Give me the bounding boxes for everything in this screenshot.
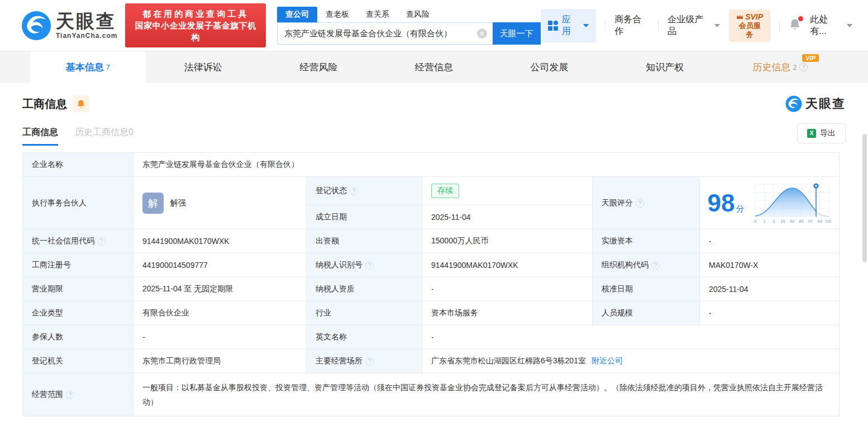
tab-operating-risk[interactable]: 经营风险	[261, 51, 376, 83]
field-label: 统一社会信用代码	[23, 229, 133, 253]
field-label: 成立日期	[307, 205, 422, 229]
svg-text:3: 3	[772, 219, 775, 224]
username: 此处有...	[810, 14, 843, 37]
notifications-button[interactable]	[789, 18, 801, 33]
field-label: 企业类型	[23, 301, 133, 325]
nearby-companies-link[interactable]: 附近公司	[592, 356, 623, 365]
chart-x-axis: 0 1 3 15 50 85 97 99 100	[754, 219, 831, 224]
table-row: 企业类型 有限合伙企业 行业 资本市场服务 人员规模 -	[23, 301, 840, 325]
contribution-value: 150000万人民币	[422, 229, 593, 253]
search-tab-boss[interactable]: 查老板	[317, 7, 357, 22]
field-label: 出资额	[307, 229, 422, 253]
field-label: 经营范围	[23, 373, 133, 416]
top-header: 天眼查 TianYanCha.com 都在用的商业查询工具 国家中小企业发展子基…	[0, 0, 868, 51]
subscribe-alert-button[interactable]	[73, 95, 89, 112]
approval-date-value: 2025-11-04	[700, 277, 840, 301]
address-text: 广东省东莞市松山湖园区红棉路6号3栋201室	[431, 356, 586, 365]
svg-text:1: 1	[764, 219, 766, 224]
field-label: 主要经营场所	[307, 349, 422, 373]
tianyancha-swirl-icon	[785, 95, 802, 112]
help-icon[interactable]	[365, 261, 374, 270]
table-row: 企业名称 东莞产业链发展母基金合伙企业（有限合伙）	[23, 153, 840, 177]
help-icon[interactable]	[651, 261, 660, 270]
score-unit: 分	[736, 204, 744, 213]
field-label: 行业	[307, 301, 422, 325]
scrollbar-thumb[interactable]	[862, 134, 867, 262]
paid-capital-value: -	[700, 229, 840, 253]
tab-basic-info[interactable]: 基本信息 7	[30, 51, 146, 83]
search-button[interactable]: 天眼一下	[493, 22, 541, 45]
field-label: 核准日期	[593, 277, 700, 301]
chevron-down-icon	[714, 24, 720, 27]
svip-member-button[interactable]: SVIP 会员服务	[729, 9, 770, 42]
subtab-business-info[interactable]: 工商信息	[22, 127, 58, 146]
apps-label: 应用	[562, 14, 579, 37]
help-icon[interactable]	[365, 357, 374, 366]
search-area: 查公司 查老板 查关系 查风险 ✕ 天眼一下	[277, 6, 541, 45]
field-label: 企业名称	[23, 153, 133, 177]
help-icon[interactable]	[799, 63, 808, 71]
search-input[interactable]	[277, 22, 493, 45]
slogan-line2: 国家中小企业发展子基金旗下机构	[132, 20, 259, 43]
insured-count-value: -	[133, 325, 307, 349]
field-label: 英文名称	[307, 325, 422, 349]
search-tab-relation[interactable]: 查关系	[357, 7, 398, 22]
apps-menu-button[interactable]: 应用	[541, 9, 597, 42]
clear-search-icon[interactable]: ✕	[477, 28, 487, 39]
tab-intellectual-property[interactable]: 知识产权	[607, 51, 723, 83]
tab-count: 7	[106, 63, 110, 71]
field-label: 纳税人资质	[307, 277, 422, 301]
partner-link[interactable]: 解 解强	[142, 193, 297, 214]
staff-size-value: -	[700, 301, 840, 325]
main-content: 工商信息 天眼查 工商信息 历史工商信息0 X 导出	[0, 95, 868, 416]
svg-text:97: 97	[808, 219, 813, 224]
field-label: 执行事务合伙人	[23, 177, 133, 229]
org-code-value: MAK0170W-X	[700, 253, 840, 277]
slogan-banner: 都在用的商业查询工具 国家中小企业发展子基金旗下机构	[125, 3, 266, 47]
export-label: 导出	[820, 128, 836, 138]
field-label: 人员规模	[593, 301, 700, 325]
watermark-logo: 天眼查	[785, 95, 846, 112]
tab-label: 法律诉讼	[184, 61, 222, 74]
table-row: 统一社会信用代码 91441900MAK0170WXK 出资额 150000万人…	[23, 229, 840, 253]
table-row: 参保人数 - 英文名称 -	[23, 325, 840, 349]
svg-text:50: 50	[790, 219, 794, 224]
business-info-table: 企业名称 东莞产业链发展母基金合伙企业（有限合伙） 执行事务合伙人 解 解强 登…	[22, 152, 840, 416]
table-row: 执行事务合伙人 解 解强 登记状态 存续 天眼评分 98分	[23, 177, 840, 205]
svg-text:99: 99	[818, 219, 822, 224]
partner-name: 解强	[170, 198, 186, 208]
tab-history-info[interactable]: VIP 历史信息 2	[722, 51, 838, 83]
chevron-down-icon	[847, 24, 852, 27]
search-tab-risk[interactable]: 查风险	[398, 7, 438, 22]
search-tab-company[interactable]: 查公司	[277, 7, 317, 22]
biz-cooperation-label: 商务合作	[614, 14, 649, 37]
user-account-menu[interactable]: 此处有...	[810, 14, 852, 37]
help-icon[interactable]	[636, 199, 644, 208]
help-icon[interactable]	[97, 237, 106, 246]
tab-company-development[interactable]: 公司发展	[492, 51, 607, 83]
watermark-text: 天眼查	[805, 95, 846, 112]
field-label: 登记状态	[307, 177, 422, 205]
business-scope-value: 一般项目：以私募基金从事股权投资、投资管理、资产管理等活动（须在中国证券投资基金…	[133, 373, 840, 416]
help-icon[interactable]	[350, 187, 358, 195]
company-name-value: 东莞产业链发展母基金合伙企业（有限合伙）	[133, 153, 840, 177]
tianyancha-logo[interactable]: 天眼查 TianYanCha.com	[21, 11, 117, 41]
subtab-history-business-info[interactable]: 历史工商信息0	[75, 127, 133, 146]
taxpayer-quality-value: -	[422, 277, 593, 301]
tab-business-info[interactable]: 经营信息	[376, 51, 492, 83]
tab-label: 历史信息	[752, 61, 790, 74]
svip-service-label: 会员服务	[736, 21, 764, 39]
help-icon[interactable]	[66, 391, 74, 399]
tab-label: 基本信息	[66, 61, 104, 74]
field-label: 工商注册号	[23, 253, 133, 277]
score-value: 98	[708, 189, 735, 217]
export-button[interactable]: X 导出	[797, 123, 846, 143]
enterprise-products-link[interactable]: 企业级产品	[667, 14, 720, 37]
tab-legal-proceedings[interactable]: 法律诉讼	[146, 51, 261, 83]
industry-value: 资本市场服务	[422, 301, 593, 325]
tab-label: 公司发展	[531, 61, 569, 74]
tianyan-score-cell[interactable]: 98分	[700, 177, 840, 229]
biz-cooperation-link[interactable]: 商务合作	[614, 14, 649, 37]
header-right-menu: 应用 商务合作 企业级产品 SVIP 会员服务	[541, 9, 852, 42]
slogan-line1: 都在用的商业查询工具	[132, 8, 259, 20]
